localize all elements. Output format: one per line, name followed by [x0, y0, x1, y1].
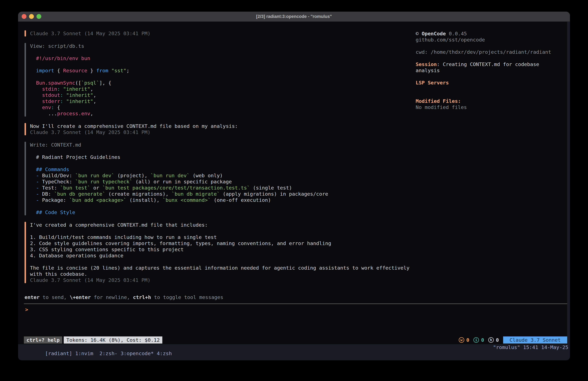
- terminal-line: I've created a comprehensive CONTEXT.md …: [30, 222, 410, 228]
- tokens-cost-chip: Tokens: 16.4K (8%), Cost: $0.12: [64, 336, 162, 344]
- message-lines: I've created a comprehensive CONTEXT.md …: [30, 222, 410, 283]
- text-segment: LSP Servers: [416, 80, 449, 86]
- text-segment: -: [36, 191, 39, 197]
- terminal-line: Claude 3.7 Sonnet (14 May 2025 03:41 PM): [30, 30, 150, 37]
- terminal-content: Claude 3.7 Sonnet (14 May 2025 03:41 PM)…: [18, 22, 570, 360]
- text-segment: Claude 3.7 Sonnet (14 May 2025 03:41 PM): [30, 30, 150, 36]
- prompt-input[interactable]: >: [25, 306, 396, 313]
- window-title: [2/3] radiant:3:opencode - "romulus": [256, 14, 332, 19]
- text-segment: [30, 209, 36, 215]
- terminal-line: env: {: [30, 104, 129, 111]
- terminal-line: analysis: [416, 67, 567, 73]
- text-segment: Modified Files:: [416, 98, 461, 104]
- tmux-window-zsh2[interactable]: 2:zsh-: [99, 351, 117, 356]
- text-segment: [30, 197, 36, 203]
- help-chip[interactable]: ctrl+? help: [24, 336, 62, 344]
- message-accent-bar: [24, 30, 26, 37]
- model-chip[interactable]: Claude 3.7 Sonnet: [503, 336, 567, 344]
- text-segment: with this codebase.: [30, 271, 87, 277]
- tmux-window-zsh4[interactable]: 4:zsh: [157, 351, 172, 356]
- text-segment: `bun db migrate`: [171, 191, 220, 197]
- close-button[interactable]: [22, 14, 26, 19]
- text-segment: {: [54, 68, 63, 73]
- terminal-line: enter to send, \+enter for newline, ctrl…: [24, 294, 223, 300]
- terminal-line: Now I'll create a comprehensive CONTEXT.…: [30, 123, 238, 129]
- terminal-line: ## Commands: [30, 166, 328, 172]
- text-segment: ,: [93, 98, 96, 104]
- text-segment: from: [96, 68, 108, 73]
- info-icon: i: [473, 337, 479, 343]
- text-segment: [30, 179, 36, 184]
- tmux-window-opencode[interactable]: 3:opencode*: [121, 351, 154, 356]
- text-segment: ## Code Style: [36, 209, 75, 215]
- text-segment: : Creating CONTEXT.md for codebase: [437, 61, 539, 67]
- message-lines: Write: CONTEXT.md # Radiant Project Guid…: [30, 142, 328, 215]
- text-segment: Claude 3.7 Sonnet (14 May 2025 03:41 PM): [30, 129, 150, 135]
- message-lines: Claude 3.7 Sonnet (14 May 2025 03:41 PM): [30, 30, 150, 37]
- hint-icon: h: [488, 337, 494, 343]
- text-segment: `bun run dev`: [150, 173, 190, 179]
- text-segment: "inherit": [66, 92, 93, 98]
- hint-counter: h 0: [488, 337, 499, 343]
- input-divider: [24, 304, 567, 304]
- text-segment: [30, 98, 42, 104]
- text-segment: [30, 173, 36, 179]
- terminal-line: LSP Servers: [416, 80, 567, 86]
- terminal-line: 1. Build/lint/test commands including ho…: [30, 234, 410, 240]
- terminal-line: [416, 92, 567, 98]
- terminal-line: import { Resource } from "sst";: [30, 67, 129, 74]
- terminal-line: 3. CSS styling conventions specific to t…: [30, 246, 410, 252]
- text-segment: [108, 68, 111, 73]
- text-segment: ctrl+h: [133, 294, 151, 300]
- terminal-line: [30, 259, 410, 265]
- text-segment: `bun db generate`: [54, 191, 105, 197]
- text-segment: :: [51, 104, 54, 110]
- terminal-line: - Test: `bun test` or `bun test packages…: [30, 185, 328, 191]
- hint-count: 0: [496, 337, 499, 343]
- terminal-line: 4. Database operations guidance: [30, 252, 410, 259]
- message-lines: Now I'll create a comprehensive CONTEXT.…: [30, 123, 238, 135]
- text-segment: Now I'll create a comprehensive CONTEXT.…: [30, 123, 238, 129]
- text-segment: Write: CONTEXT.md: [30, 142, 81, 148]
- tmux-session-info: "romulus" 15:41 14-May-25: [493, 344, 568, 350]
- text-segment: Resource: [63, 68, 87, 73]
- message-accent-bar: [24, 142, 26, 215]
- titlebar: [2/3] radiant:3:opencode - "romulus": [18, 12, 570, 22]
- text-segment: [60, 86, 63, 92]
- text-segment: 0.0.45: [446, 31, 467, 37]
- text-segment: "sst": [111, 68, 126, 73]
- prompt-symbol: >: [25, 307, 28, 312]
- traffic-lights: [22, 12, 41, 21]
- text-segment: stdin: [42, 86, 57, 92]
- text-segment: 4. Database operations guidance: [30, 253, 124, 258]
- text-segment: ], {: [99, 80, 111, 86]
- text-segment: [30, 166, 36, 172]
- text-segment: Test:: [39, 185, 60, 191]
- tmux-window-nvim[interactable]: 1:nvim: [75, 351, 93, 356]
- text-segment: -: [36, 185, 39, 191]
- zoom-button[interactable]: [37, 14, 41, 19]
- terminal-line: [30, 228, 410, 234]
- text-segment: `bun test`: [60, 185, 90, 191]
- minimize-button[interactable]: [29, 14, 34, 19]
- message-accent-bar: [24, 43, 26, 116]
- text-segment: #!/usr/bin/env bun: [36, 55, 90, 61]
- text-segment: env: [42, 104, 51, 110]
- terminal-line: No modified files: [416, 104, 567, 110]
- text-segment: # Radiant Project Guidelines: [30, 154, 120, 160]
- text-segment: 3. CSS styling conventions specific to t…: [30, 247, 184, 252]
- terminal-line: Session: Creating CONTEXT.md for codebas…: [416, 61, 567, 67]
- status-bar: ctrl+? help Tokens: 16.4K (8%), Cost: $0…: [24, 336, 567, 344]
- status-right: w 0 i 0 h 0 Claude 3.7 Sonnet: [459, 336, 567, 344]
- info-counter: i 0: [473, 337, 484, 343]
- text-segment: enter: [24, 294, 40, 300]
- terminal-line: 2. Code style guidelines covering import…: [30, 240, 410, 246]
- terminal-line: [30, 203, 328, 209]
- text-segment: `bun add <package>`: [69, 197, 126, 203]
- text-segment: -: [36, 173, 39, 179]
- warning-icon: w: [459, 337, 464, 343]
- text-segment: [30, 80, 36, 86]
- text-segment: [30, 86, 42, 92]
- text-segment: :: [60, 98, 63, 104]
- text-segment: Build/Dev:: [39, 173, 75, 179]
